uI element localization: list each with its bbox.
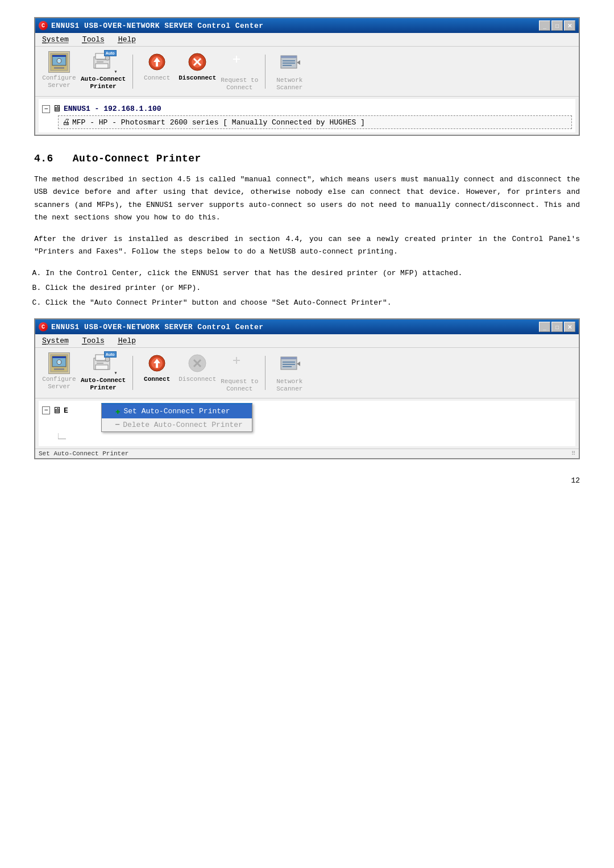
close-button-2[interactable]: ✕ [564, 322, 575, 332]
minimize-button-2[interactable]: _ [539, 322, 550, 332]
network-scanner-icon-1 [279, 51, 300, 75]
network-scanner-label-1: NetworkScanner [276, 77, 302, 92]
server-icon-1: 🖥 [52, 103, 61, 114]
configure-server-icon-1 [48, 51, 70, 73]
dropdown-arrow-2: ▾ [114, 369, 118, 376]
separator-1 [132, 55, 133, 89]
menu-help-2[interactable]: Help [116, 335, 138, 346]
network-scanner-icon-2 [279, 352, 300, 376]
connect-icon-1 [146, 51, 168, 73]
disconnect-btn-2[interactable]: Disconnect [179, 352, 216, 383]
configure-server-label-1: ConfigureServer [42, 74, 76, 89]
device-row-1[interactable]: 🖨 MFP - HP - Photosmart 2600 series [ Ma… [58, 115, 572, 129]
window-2: C ENNUS1 USB-OVER-NETWORK SERVER Control… [34, 318, 580, 459]
svg-rect-28 [52, 356, 66, 358]
auto-connect-printer-btn-1[interactable]: Auto ▾ Auto-ConnectPrinter [81, 51, 126, 90]
server-name-1: ENNUS1 - 192.168.1.100 [64, 105, 161, 113]
configure-server-btn-2[interactable]: ConfigureServer [42, 352, 76, 391]
collapse-icon-1[interactable]: − [42, 105, 50, 113]
svg-rect-23 [283, 63, 295, 64]
disconnect-label-1: Disconnect [179, 74, 216, 82]
configure-server-btn-1[interactable]: ConfigureServer [42, 51, 76, 89]
body-paragraph-2: After the driver is installed as describ… [34, 233, 580, 258]
separator-3 [132, 356, 133, 390]
delete-auto-connect-label: Delete Auto-Connect Printer [123, 421, 243, 429]
svg-rect-8 [96, 64, 108, 68]
separator-2 [265, 55, 265, 89]
separator-4 [265, 356, 265, 390]
device-tree-1: − 🖥 ENNUS1 - 192.168.1.100 🖨 MFP - HP - … [39, 99, 575, 132]
connect-btn-1[interactable]: Connect [140, 51, 174, 82]
server-row-1[interactable]: − 🖥 ENNUS1 - 192.168.1.100 [42, 102, 572, 115]
svg-point-11 [105, 56, 110, 60]
set-auto-connect-printer-item[interactable]: ✚ Set Auto-Connect Printer [102, 404, 252, 418]
menu-tools-1[interactable]: Tools [80, 34, 107, 45]
menu-help-1[interactable]: Help [116, 34, 138, 45]
app-logo-icon-2: C [39, 322, 48, 331]
disconnect-btn-1[interactable]: Disconnect [179, 51, 216, 82]
svg-rect-5 [57, 60, 61, 62]
configure-server-label-2: ConfigureServer [42, 376, 76, 391]
request-to-connect-btn-1[interactable]: Request toConnect [221, 51, 258, 92]
svg-rect-22 [283, 60, 295, 61]
network-scanner-label-2: NetworkScanner [276, 378, 302, 393]
resize-grip-2: ⠿ [571, 450, 575, 457]
menubar-2: System Tools Help [35, 334, 579, 348]
auto-badge-1: Auto [104, 50, 117, 56]
titlebar-2: C ENNUS1 USB-OVER-NETWORK SERVER Control… [35, 319, 579, 334]
list-item-c: Click the "Auto Connect Printer" button … [45, 297, 580, 309]
menu-system-2[interactable]: System [40, 335, 71, 346]
toolbar-2: ConfigureServer Auto ▾ Auto-ConnectPrint… [35, 348, 579, 398]
svg-rect-29 [54, 368, 64, 370]
network-scanner-btn-1[interactable]: NetworkScanner [272, 51, 306, 92]
context-menu: ✚ Set Auto-Connect Printer — Delete Auto… [101, 403, 252, 432]
request-to-connect-btn-2[interactable]: Request toConnect [221, 352, 258, 393]
tree-line-icon [58, 433, 67, 440]
request-to-connect-label-1: Request toConnect [221, 77, 258, 92]
svg-rect-49 [283, 364, 295, 365]
svg-rect-10 [97, 61, 103, 63]
minimize-button-1[interactable]: _ [539, 20, 550, 31]
auto-connect-printer-btn-2[interactable]: Auto ▾ Auto-ConnectPrinter [81, 352, 126, 392]
maximize-button-1[interactable]: □ [551, 20, 563, 31]
device-icon-1: 🖨 [62, 118, 70, 127]
svg-rect-34 [96, 365, 108, 369]
svg-rect-31 [57, 361, 61, 363]
menubar-1: System Tools Help [35, 33, 579, 47]
window-title-2: ENNUS1 USB-OVER-NETWORK SERVER Control C… [51, 323, 264, 331]
svg-rect-47 [281, 357, 297, 359]
server-row-2[interactable]: − 🖥 E ✚ Set Auto-Connect Printer — Delet… [42, 404, 572, 417]
auto-connect-icon-wrapper-2: Auto ▾ [92, 352, 115, 375]
disconnect-label-2: Disconnect [179, 376, 216, 383]
disconnect-icon-2 [186, 352, 208, 374]
svg-rect-3 [54, 67, 64, 69]
window-controls-1: _ □ ✕ [539, 20, 575, 31]
page-number-value: 12 [571, 476, 580, 485]
svg-rect-21 [281, 56, 297, 58]
request-connect-icon-1 [229, 51, 250, 75]
menu-system-1[interactable]: System [40, 34, 71, 45]
statusbar-2: Set Auto-Connect Printer ⠿ [35, 448, 579, 458]
request-connect-icon-2 [229, 352, 250, 376]
delete-auto-connect-printer-item[interactable]: — Delete Auto-Connect Printer [102, 418, 252, 431]
menu-tools-2[interactable]: Tools [80, 335, 107, 346]
svg-rect-2 [52, 55, 66, 57]
set-auto-connect-label: Set Auto-Connect Printer [123, 407, 230, 416]
collapse-icon-2[interactable]: − [42, 406, 50, 414]
window-title-1: ENNUS1 USB-OVER-NETWORK SERVER Control C… [51, 22, 264, 30]
close-button-1[interactable]: ✕ [564, 20, 575, 31]
svg-marker-51 [297, 362, 300, 366]
connect-btn-2[interactable]: Connect [140, 352, 174, 383]
section-title: Auto-Connect Printer [73, 153, 201, 164]
page-number: 12 [34, 476, 580, 485]
toolbar-1: ConfigureServer Auto ▾ Auto-ConnectPrint… [35, 47, 579, 97]
app-logo-icon: C [39, 21, 48, 30]
titlebar-left: C ENNUS1 USB-OVER-NETWORK SERVER Control… [39, 21, 264, 30]
network-scanner-btn-2[interactable]: NetworkScanner [272, 352, 306, 393]
body-paragraph-1: The method described in section 4.5 is c… [34, 173, 580, 223]
connect-label-1: Connect [144, 74, 170, 82]
steps-list: In the Control Center, click the ENNUS1 … [45, 267, 580, 309]
maximize-button-2[interactable]: □ [551, 322, 563, 332]
server-icon-2: 🖥 [52, 405, 61, 416]
svg-rect-24 [283, 65, 292, 66]
